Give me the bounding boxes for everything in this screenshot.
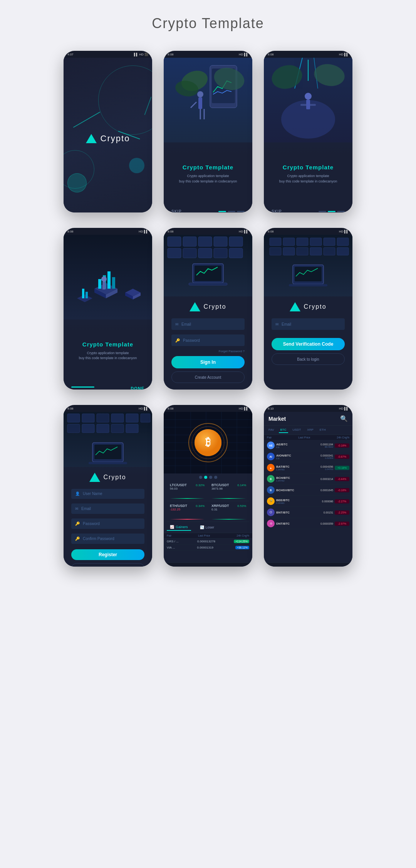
bch-row: B BCH/BTC 1.04762 0.0003214 -0.44% — [264, 473, 352, 485]
onboard2-title: Crypto Template — [283, 164, 334, 171]
verify-email-input[interactable]: ✉ Email — [272, 318, 345, 330]
onboard1-footer: SKIP — [164, 206, 252, 212]
screen-login: 8:08 HD ▌▌ — [164, 228, 252, 390]
logo-triangle-icon — [86, 134, 97, 143]
wallet-nav-icon[interactable]: ▤ — [223, 565, 228, 567]
ltc-row: LTC/USDT 0.32% — [170, 483, 205, 487]
tab-eth[interactable]: ETH — [318, 427, 327, 433]
svg-rect-36 — [86, 292, 88, 298]
svg-rect-77 — [97, 424, 109, 433]
bat-change: +0.18% — [335, 466, 349, 470]
verify-email-icon: ✉ — [275, 322, 278, 326]
login-logo: Crypto — [190, 302, 226, 311]
market-chart-icon[interactable]: ▦ — [287, 565, 292, 567]
time-7: 8:08 — [67, 407, 74, 410]
tab-xrp[interactable]: XRP — [305, 427, 315, 433]
confirm-password-input[interactable]: 🔑 Confirm Password — [71, 534, 144, 544]
btc-pair: BTC/USDT — [211, 483, 229, 487]
exchange-nav-icon[interactable]: ⇄ — [205, 565, 210, 567]
register-logo: Crypto — [89, 473, 126, 482]
onboard2-text: Crypto Template Crypto application templ… — [272, 142, 345, 206]
ae-row: AE AE/BTC 0.8 0.0001164 $9.4022 -0.18% — [264, 440, 352, 451]
bee-change: -2.27% — [335, 499, 349, 503]
register-button[interactable]: Register — [71, 549, 144, 560]
progress-dots-1 — [218, 211, 245, 212]
tab-btc[interactable]: BTC — [279, 427, 288, 433]
email-input[interactable]: ✉ Email — [171, 318, 245, 330]
ae-price: 0.0001164 — [308, 443, 333, 446]
xrp-pair: XRP/USDT — [211, 504, 229, 508]
market-wallet-icon[interactable]: ▤ — [323, 565, 328, 567]
screen-onboard1: 8:08 HD ▌▌ — [164, 51, 252, 212]
screens-grid: 4:07 ▌▌ HD ⬛ Crypto 8:08 — [0, 43, 416, 578]
register-password-input[interactable]: 🔑 Password — [71, 518, 144, 529]
settings-nav-icon[interactable]: ⚙ — [241, 565, 246, 567]
losers-tab[interactable]: 📉 Loser — [197, 524, 218, 531]
market-search-icon[interactable]: 🔍 — [340, 415, 348, 422]
market-home-icon[interactable]: ⌂ — [270, 565, 273, 567]
grs-price: 0.000013278 — [197, 540, 215, 543]
signal-4: HD ▌▌ — [139, 230, 148, 233]
signin-button[interactable]: Sign In — [171, 356, 245, 368]
send-verification-button[interactable]: Send Verification Code — [272, 338, 345, 350]
chart-nav-icon[interactable]: ▦ — [187, 565, 192, 567]
tab-usdt[interactable]: USDT — [291, 427, 303, 433]
register-signin-button[interactable]: Sign In — [71, 563, 144, 567]
losers-icon: 📉 — [200, 525, 204, 529]
losers-label: Loser — [206, 525, 215, 529]
home-nav-icon[interactable]: ⌂ — [170, 565, 173, 567]
market-settings-icon[interactable]: ⚙ — [341, 565, 346, 567]
svg-rect-53 — [270, 238, 281, 246]
forgot-password-link[interactable]: Forget Password ? — [171, 350, 245, 353]
onboard1-title: Crypto Template — [183, 164, 233, 171]
splash-screen-content: Crypto — [64, 58, 152, 212]
prices-illustration-svg: ₿ — [164, 412, 252, 473]
btc-change: 0.14% — [237, 483, 246, 487]
skip-button-2[interactable]: SKIP — [272, 209, 282, 212]
username-input[interactable]: 👤 User Name — [71, 489, 144, 499]
via-pair: VIA ... — [167, 546, 175, 549]
login-illustration — [164, 235, 252, 296]
register-logo-icon — [89, 473, 100, 482]
progress-dots-2 — [319, 211, 345, 212]
bnt-price: 0.00151 — [308, 511, 333, 514]
register-email-input[interactable]: ✉ Email — [71, 503, 144, 514]
bch-name-col: BCH/BTC 1.04762 — [276, 476, 307, 482]
password-input[interactable]: 🔑 Password — [171, 334, 245, 346]
svg-rect-27 — [107, 271, 111, 289]
gainers-tab[interactable]: 📈 Gainers — [167, 524, 191, 531]
screen-onboard3: 8:08 HD ▌▌ — [64, 228, 152, 390]
tab-fav[interactable]: FAV — [267, 427, 276, 433]
market-header: Market 🔍 — [264, 412, 352, 426]
onboard2-desc2: buy this code template in codecanyon — [279, 179, 337, 184]
onboard1-desc1: Crypto application template — [187, 174, 229, 179]
onboard3-text: Crypto Template Crypto application templ… — [71, 319, 145, 382]
login-logo-icon — [190, 302, 200, 311]
price-cards-grid: LTC/USDT 0.32% 56.03 BTC/USDT 0.14% 3873… — [164, 481, 252, 522]
eth-chart — [170, 512, 205, 520]
page-dot-4 — [214, 476, 217, 479]
bnt-price-col: 0.00151 — [308, 511, 333, 514]
create-account-button[interactable]: Create Account — [171, 371, 245, 383]
create-account-label: Create Account — [195, 375, 221, 380]
ae-icon: AE — [267, 442, 275, 449]
page-title: Crypto Template — [0, 0, 416, 43]
back-to-login-button[interactable]: Back to login — [272, 353, 345, 365]
market-exchange-icon[interactable]: ⇄ — [305, 565, 310, 567]
dot-3 — [237, 211, 245, 212]
skip-button-1[interactable]: SKIP — [171, 209, 182, 212]
verify-logo-text: Crypto — [304, 303, 326, 310]
done-button[interactable]: DONE — [131, 386, 144, 390]
time-4: 8:08 — [67, 230, 74, 233]
bnt-row: ⬡ BNT/BTC 0.00151 -2.25% — [264, 507, 352, 518]
register-email-placeholder: Email — [81, 507, 91, 511]
bat-price: 0.0004356 — [308, 465, 333, 468]
verify-email-placeholder: Email — [282, 322, 291, 326]
bchsv-price: 0.0001645 — [308, 489, 333, 492]
onboard3-content: Crypto Template Crypto application templ… — [64, 235, 152, 390]
onboard3-title: Crypto Template — [82, 341, 133, 348]
btc-chart — [211, 491, 246, 499]
market-content: Market 🔍 FAV BTC USDT XRP ETH Pair Last … — [264, 412, 352, 567]
ae-price-col: 0.0001164 $9.4022 — [308, 443, 333, 448]
bchsv-row: B BCHSV/BTC 0.0001645 -0.18% — [264, 485, 352, 496]
